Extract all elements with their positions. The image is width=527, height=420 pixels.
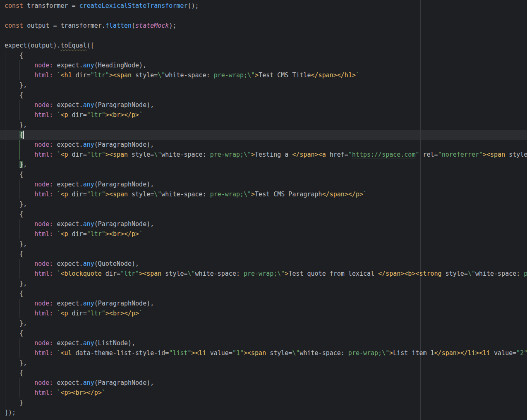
- code-line-15[interactable]: node: expect.any(ParagraphNode),: [0, 140, 527, 150]
- code-line-8[interactable]: html: `<h1 dir="ltr"><span style=\"white…: [0, 70, 527, 80]
- code-token: any: [83, 220, 94, 228]
- code-line-18[interactable]: {: [0, 169, 527, 179]
- code-line-37[interactable]: },: [0, 358, 527, 368]
- code-token: "ltr": [91, 72, 109, 79]
- code-line-4[interactable]: [0, 31, 527, 41]
- code-token: any: [83, 181, 94, 188]
- code-line-9[interactable]: },: [0, 80, 527, 90]
- code-line-27[interactable]: node: expect.any(QuoteNode),: [0, 259, 527, 269]
- code-line-10[interactable]: {: [0, 90, 527, 100]
- code-line-14[interactable]: {: [0, 130, 527, 140]
- code-token: [5, 260, 34, 267]
- code-token: {: [5, 210, 23, 218]
- code-token: expect.: [53, 339, 83, 347]
- code-token: >: [251, 151, 255, 158]
- code-token: `: [139, 310, 143, 317]
- code-token: \": [154, 151, 161, 158]
- code-line-21[interactable]: },: [0, 199, 527, 209]
- code-token: [5, 62, 34, 69]
- code-line-6[interactable]: {: [0, 50, 527, 60]
- code-token: dir=: [68, 151, 87, 158]
- code-token: (ParagraphNode),: [94, 181, 154, 188]
- code-token: [5, 181, 34, 188]
- code-token: ,: [23, 161, 27, 168]
- code-token: `: [139, 111, 143, 119]
- code-token: <p: [60, 310, 68, 317]
- code-token: href=: [326, 151, 348, 158]
- code-token: flatten: [105, 22, 132, 29]
- code-token: html:: [34, 230, 53, 238]
- code-token: [5, 220, 34, 228]
- code-token: style=: [442, 270, 468, 277]
- code-line-29[interactable]: },: [0, 279, 527, 289]
- code-line-7[interactable]: node: expect.any(HeadingNode),: [0, 60, 527, 70]
- code-line-26[interactable]: {: [0, 249, 527, 259]
- code-token: expect.: [53, 220, 83, 228]
- code-line-40[interactable]: html: `<p><br></p>`: [0, 388, 527, 398]
- code-line-2[interactable]: [0, 11, 527, 21]
- code-line-5[interactable]: expect(output).toEqual([: [0, 41, 527, 50]
- code-line-1[interactable]: const transformer = createLexicalStateTr…: [0, 1, 527, 11]
- code-line-23[interactable]: node: expect.any(ParagraphNode),: [0, 219, 527, 229]
- code-line-22[interactable]: {: [0, 209, 527, 219]
- code-line-33[interactable]: },: [0, 318, 527, 328]
- code-token: "list": [169, 349, 191, 357]
- code-line-28[interactable]: html: `<blockquote dir="ltr"><span style…: [0, 269, 527, 279]
- code-token: {: [5, 329, 23, 337]
- code-token: rel=: [419, 151, 438, 158]
- code-line-19[interactable]: node: expect.any(ParagraphNode),: [0, 179, 527, 189]
- code-line-25[interactable]: },: [0, 239, 527, 249]
- code-line-20[interactable]: html: `<p dir="ltr"><span style=\"white-…: [0, 189, 527, 199]
- code-line-3[interactable]: const output = transformer.flatten(state…: [0, 21, 527, 31]
- code-token: <p><br></p>: [60, 389, 101, 396]
- code-token: },: [5, 280, 27, 287]
- code-line-30[interactable]: {: [0, 289, 527, 298]
- code-token: {: [5, 290, 23, 297]
- code-token: [5, 379, 34, 387]
- code-line-31[interactable]: node: expect.any(ParagraphNode),: [0, 298, 527, 308]
- code-line-12[interactable]: html: `<p dir="ltr"><br></p>`: [0, 110, 527, 120]
- code-line-38[interactable]: {: [0, 368, 527, 378]
- code-token: ]);: [5, 409, 16, 416]
- code-token: Test quote from lexical: [288, 270, 378, 277]
- code-token: [5, 339, 34, 347]
- code-line-35[interactable]: node: expect.any(ListNode),: [0, 338, 527, 348]
- code-token: (ParagraphNode),: [94, 220, 154, 228]
- code-line-16[interactable]: html: `<p dir="ltr"><span style=\"white-…: [0, 150, 527, 160]
- code-token: [5, 161, 19, 168]
- code-token: html:: [34, 389, 53, 396]
- code-token: pre-wrap;\": [206, 151, 251, 158]
- code-token: any: [83, 260, 94, 267]
- code-line-13[interactable]: },: [0, 120, 527, 130]
- code-token: pre-wrap;\": [206, 191, 251, 198]
- code-token: },: [5, 200, 27, 208]
- code-lines: const transformer = createLexicalStateTr…: [0, 1, 527, 420]
- code-token: </span><a: [292, 151, 326, 158]
- code-token: white-space:: [475, 270, 520, 277]
- code-token: }: [5, 399, 23, 406]
- code-line-42[interactable]: ]);: [0, 408, 527, 418]
- code-line-34[interactable]: {: [0, 328, 527, 338]
- code-token: `: [102, 389, 105, 396]
- code-token: ([: [87, 42, 94, 49]
- code-line-24[interactable]: html: `<p dir="ltr"><br></p>`: [0, 229, 527, 239]
- code-token: [5, 310, 34, 317]
- code-editor[interactable]: const transformer = createLexicalStateTr…: [0, 0, 527, 420]
- code-line-17[interactable]: },: [0, 160, 527, 169]
- code-token: [5, 101, 34, 109]
- code-line-11[interactable]: node: expect.any(ParagraphNode),: [0, 100, 527, 110]
- code-token: `: [363, 191, 367, 198]
- code-line-41[interactable]: }: [0, 398, 527, 408]
- code-token: html:: [34, 349, 53, 357]
- code-token: expect.: [53, 62, 83, 69]
- code-token: white-space:: [165, 72, 210, 79]
- code-token: node:: [34, 181, 53, 188]
- code-token: [5, 389, 34, 396]
- code-token: expect.: [53, 181, 83, 188]
- code-line-32[interactable]: html: `<p dir="ltr"><br></p>`: [0, 308, 527, 318]
- code-token: <p: [60, 230, 68, 238]
- code-token: (ParagraphNode),: [94, 300, 154, 307]
- code-line-36[interactable]: html: `<ul data-theme-list-style-id="lis…: [0, 348, 527, 358]
- code-token: [5, 270, 34, 277]
- code-line-39[interactable]: node: expect.any(ParagraphNode),: [0, 378, 527, 388]
